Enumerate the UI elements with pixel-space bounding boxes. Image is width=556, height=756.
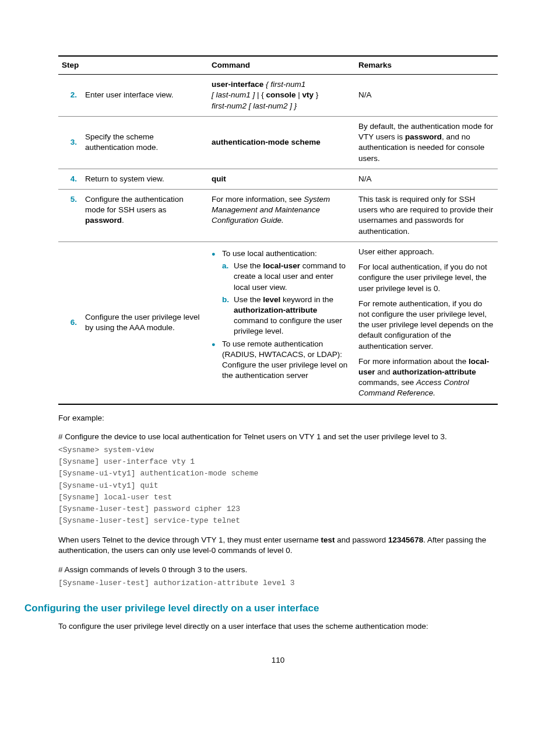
table-row: 2. Enter user interface view. user-inter…: [58, 75, 498, 117]
step-number: 6.: [58, 242, 82, 404]
paragraph: For example:: [58, 413, 498, 424]
step-desc: Configure the authentication mode for SS…: [82, 189, 208, 242]
step-remarks: User either approach. For local authenti…: [355, 242, 498, 404]
step-desc: Enter user interface view.: [82, 75, 208, 117]
step-desc: Configure the user privilege level by us…: [82, 242, 208, 404]
table-row: 5. Configure the authentication mode for…: [58, 189, 498, 242]
table-row: 6. Configure the user privilege level by…: [58, 242, 498, 404]
list-letter: a.: [222, 261, 234, 293]
paragraph: When users Telnet to the device through …: [58, 535, 498, 556]
step-remarks: N/A: [355, 75, 498, 117]
bullet-icon: ●: [212, 249, 222, 259]
step-command: quit: [208, 169, 355, 189]
table-row: 4. Return to system view. quit N/A: [58, 169, 498, 189]
step-number: 4.: [58, 169, 82, 189]
step-number: 5.: [58, 189, 82, 242]
list-letter: b.: [222, 295, 234, 337]
step-command: ● To use local authentication: a. Use th…: [208, 242, 355, 404]
step-desc: Specify the scheme authentication mode.: [82, 116, 208, 169]
table-row: 3. Specify the scheme authentication mod…: [58, 116, 498, 169]
step-number: 2.: [58, 75, 82, 117]
step-remarks: N/A: [355, 169, 498, 189]
step-command: For more information, see System Managem…: [208, 189, 355, 242]
bullet-icon: ●: [212, 339, 222, 382]
code-block: [Sysname-luser-test] authorization-attri…: [58, 578, 498, 589]
step-remarks: By default, the authentication mode for …: [355, 116, 498, 169]
th-step: Step: [58, 56, 208, 75]
page-number: 110: [58, 655, 498, 666]
paragraph: # Assign commands of levels 0 through 3 …: [58, 565, 498, 575]
step-command: user-interface { first-num1 [ last-num1 …: [208, 75, 355, 117]
th-remarks: Remarks: [355, 56, 498, 75]
step-remarks: This task is required only for SSH users…: [355, 189, 498, 242]
config-table: Step Command Remarks 2. Enter user inter…: [58, 55, 498, 405]
th-command: Command: [208, 56, 355, 75]
step-command: authentication-mode scheme: [208, 116, 355, 169]
step-number: 3.: [58, 116, 82, 169]
step-desc: Return to system view.: [82, 169, 208, 189]
code-block: <Sysname> system-view [Sysname] user-int…: [58, 444, 498, 527]
paragraph: # Configure the device to use local auth…: [58, 432, 498, 442]
paragraph: To configure the user privilege level di…: [58, 621, 498, 632]
section-heading: Configuring the user privilege level dir…: [24, 602, 498, 615]
